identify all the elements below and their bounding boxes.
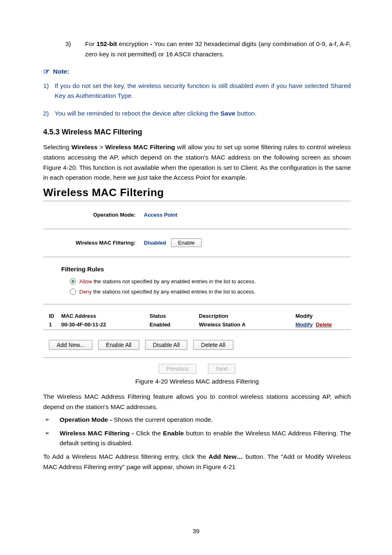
col-id: ID	[49, 313, 61, 319]
table-row: 1 00-30-4F-00-11-22 Enabled Wireless Sta…	[47, 321, 347, 328]
note-item-1: 1) If you do not set the key, the wirele…	[43, 81, 351, 102]
cell-mac: 00-30-4F-00-11-22	[61, 321, 150, 328]
radio-deny[interactable]	[70, 289, 76, 295]
operation-mode-block: Operation Mode: Access Point	[43, 201, 351, 229]
delete-all-button[interactable]: Delete All	[193, 340, 233, 350]
bullet-arrow-icon: ➢	[43, 428, 60, 449]
col-modify: Modify	[295, 313, 347, 319]
note-label: Note:	[53, 68, 69, 75]
action-buttons-block: Add New... Enable All Disable All Delete…	[43, 330, 351, 358]
note-header: ☞ Note:	[43, 67, 351, 76]
disable-all-button[interactable]: Disable All	[145, 340, 187, 350]
col-description: Description	[199, 313, 295, 319]
pointing-hand-icon: ☞	[43, 67, 50, 76]
intro-paragraph: Selecting Wireless > Wireless MAC Filter…	[43, 142, 351, 183]
enable-button[interactable]: Enable	[171, 238, 201, 247]
after-paragraph: The Wireless MAC Address Filtering featu…	[43, 392, 351, 412]
note-text: If you do not set the key, the wireless …	[55, 81, 351, 102]
cell-description: Wireless Station A	[199, 321, 295, 328]
next-button[interactable]: Next	[208, 364, 235, 374]
radio-allow[interactable]	[70, 278, 76, 284]
wmf-status-value: Disabled	[144, 240, 166, 246]
wmf-label: Wireless MAC Filtering:	[47, 240, 136, 246]
cell-id: 1	[49, 321, 61, 328]
note-number: 2)	[43, 109, 55, 119]
col-status: Status	[150, 313, 199, 319]
filtering-status-block: Wireless MAC Filtering: Disabled Enable	[43, 229, 351, 257]
filtering-table-block: ID MAC Address Status Description Modify…	[43, 305, 351, 330]
filtering-rules-heading: Filtering Rules	[61, 266, 347, 273]
bullet-wmf: ➢ Wireless MAC Filtering - Click the Ena…	[43, 428, 351, 449]
pager-block: Previous Next	[43, 358, 351, 375]
filtering-rules-block: Filtering Rules Allow the stations not s…	[43, 257, 351, 305]
operation-mode-label: Operation Mode:	[47, 212, 136, 218]
rule-allow-row[interactable]: Allow the stations not specified by any …	[70, 278, 347, 284]
operation-mode-value: Access Point	[144, 212, 178, 218]
mac-filtering-panel: Operation Mode: Access Point Wireless MA…	[43, 201, 351, 375]
panel-title: Wireless MAC Filtering	[43, 186, 351, 199]
enable-all-button[interactable]: Enable All	[98, 340, 139, 350]
table-header: ID MAC Address Status Description Modify	[47, 313, 347, 319]
page-number: 39	[0, 527, 392, 534]
cell-status: Enabled	[150, 321, 199, 328]
note-item-2: 2) You will be reminded to reboot the de…	[43, 109, 351, 119]
modify-link[interactable]: Modify	[295, 321, 313, 328]
list-item-3: 3) For 152-bit encryption - You can ente…	[56, 39, 351, 60]
list-number: 3)	[56, 39, 85, 60]
cell-modify: Modify Delete	[295, 321, 347, 328]
figure-caption: Figure 4-20 Wireless MAC address Filteri…	[43, 378, 351, 385]
col-mac: MAC Address	[61, 313, 150, 319]
note-number: 1)	[43, 81, 55, 102]
final-paragraph: To Add a Wireless MAC Address filtering …	[43, 452, 351, 472]
list-text: For 152-bit encryption - You can enter 3…	[85, 39, 351, 60]
rule-deny-row[interactable]: Deny the stations not specified by any e…	[70, 289, 347, 295]
note-text: You will be reminded to reboot the devic…	[55, 109, 351, 119]
section-heading: 4.5.3 Wireless MAC Filtering	[43, 128, 351, 136]
delete-link[interactable]: Delete	[316, 321, 332, 328]
previous-button[interactable]: Previous	[159, 364, 196, 374]
add-new-button[interactable]: Add New...	[49, 340, 92, 350]
bullet-operation-mode: ➢ Operation Mode - Shows the current ope…	[43, 415, 351, 425]
bullet-arrow-icon: ➢	[43, 415, 60, 425]
